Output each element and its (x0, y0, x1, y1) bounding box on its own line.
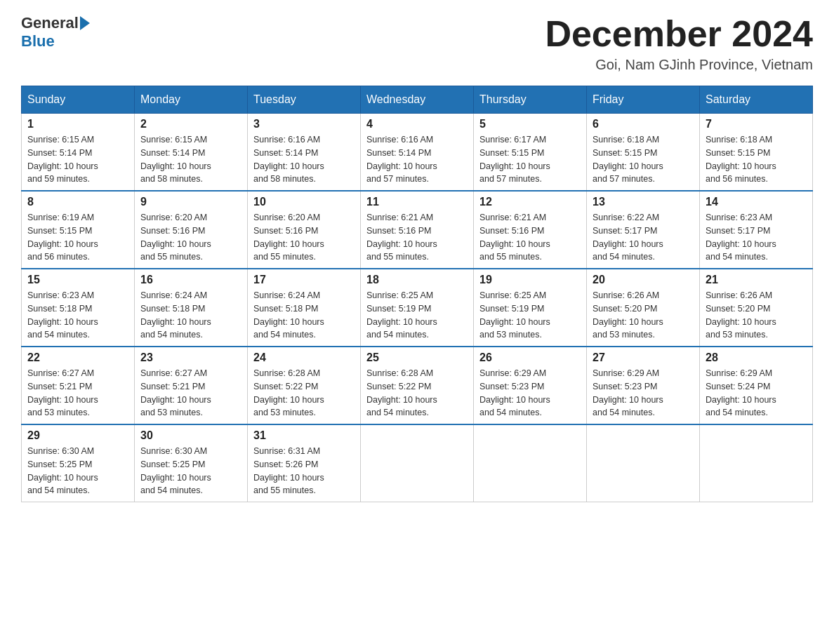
calendar-cell: 22Sunrise: 6:27 AMSunset: 5:21 PMDayligh… (22, 347, 135, 424)
calendar-table: SundayMondayTuesdayWednesdayThursdayFrid… (21, 86, 813, 502)
weekday-header-friday: Friday (587, 86, 700, 114)
calendar-cell (361, 424, 474, 502)
day-number: 2 (140, 118, 241, 130)
day-info: Sunrise: 6:30 AMSunset: 5:25 PMDaylight:… (27, 445, 128, 497)
weekday-header-saturday: Saturday (700, 86, 813, 114)
calendar-week-row: 29Sunrise: 6:30 AMSunset: 5:25 PMDayligh… (22, 424, 813, 502)
day-number: 10 (253, 196, 355, 208)
calendar-cell: 27Sunrise: 6:29 AMSunset: 5:23 PMDayligh… (587, 347, 700, 424)
logo: General (21, 14, 91, 32)
day-number: 14 (706, 196, 807, 208)
day-number: 29 (27, 429, 128, 442)
day-number: 31 (253, 429, 355, 442)
calendar-cell: 11Sunrise: 6:21 AMSunset: 5:16 PMDayligh… (361, 191, 474, 269)
day-number: 6 (593, 118, 694, 130)
calendar-cell: 26Sunrise: 6:29 AMSunset: 5:23 PMDayligh… (474, 347, 587, 424)
day-info: Sunrise: 6:27 AMSunset: 5:21 PMDaylight:… (140, 367, 241, 420)
calendar-cell (700, 424, 813, 502)
day-number: 8 (27, 196, 128, 208)
day-number: 5 (479, 118, 581, 130)
calendar-cell: 20Sunrise: 6:26 AMSunset: 5:20 PMDayligh… (587, 269, 700, 347)
day-info: Sunrise: 6:16 AMSunset: 5:14 PMDaylight:… (366, 133, 468, 186)
day-info: Sunrise: 6:31 AMSunset: 5:26 PMDaylight:… (253, 445, 355, 497)
day-info: Sunrise: 6:24 AMSunset: 5:18 PMDaylight:… (253, 289, 355, 342)
calendar-week-row: 22Sunrise: 6:27 AMSunset: 5:21 PMDayligh… (22, 347, 813, 424)
day-info: Sunrise: 6:18 AMSunset: 5:15 PMDaylight:… (593, 133, 694, 186)
day-number: 3 (253, 118, 355, 130)
day-info: Sunrise: 6:22 AMSunset: 5:17 PMDaylight:… (593, 211, 694, 264)
calendar-cell: 18Sunrise: 6:25 AMSunset: 5:19 PMDayligh… (361, 269, 474, 347)
day-info: Sunrise: 6:21 AMSunset: 5:16 PMDaylight:… (366, 211, 468, 264)
logo-arrow-icon (80, 16, 90, 30)
day-info: Sunrise: 6:29 AMSunset: 5:23 PMDaylight:… (479, 367, 581, 420)
day-info: Sunrise: 6:27 AMSunset: 5:21 PMDaylight:… (27, 367, 128, 420)
day-info: Sunrise: 6:25 AMSunset: 5:19 PMDaylight:… (479, 289, 581, 342)
day-number: 26 (479, 351, 581, 364)
day-number: 22 (27, 351, 128, 364)
weekday-header-sunday: Sunday (22, 86, 135, 114)
day-number: 17 (253, 274, 355, 286)
weekday-header-row: SundayMondayTuesdayWednesdayThursdayFrid… (22, 86, 813, 114)
day-number: 30 (140, 429, 241, 442)
calendar-cell: 7Sunrise: 6:18 AMSunset: 5:15 PMDaylight… (700, 114, 813, 192)
logo-general-text: General (21, 14, 79, 32)
day-number: 4 (366, 118, 468, 130)
day-number: 28 (706, 351, 807, 364)
day-info: Sunrise: 6:20 AMSunset: 5:16 PMDaylight:… (253, 211, 355, 264)
calendar-cell: 24Sunrise: 6:28 AMSunset: 5:22 PMDayligh… (248, 347, 361, 424)
calendar-cell: 19Sunrise: 6:25 AMSunset: 5:19 PMDayligh… (474, 269, 587, 347)
calendar-cell: 2Sunrise: 6:15 AMSunset: 5:14 PMDaylight… (135, 114, 248, 192)
day-number: 20 (593, 274, 694, 286)
day-number: 13 (593, 196, 694, 208)
day-number: 18 (366, 274, 468, 286)
day-number: 19 (479, 274, 581, 286)
day-number: 9 (140, 196, 241, 208)
calendar-cell: 4Sunrise: 6:16 AMSunset: 5:14 PMDaylight… (361, 114, 474, 192)
calendar-cell: 12Sunrise: 6:21 AMSunset: 5:16 PMDayligh… (474, 191, 587, 269)
day-number: 12 (479, 196, 581, 208)
day-info: Sunrise: 6:29 AMSunset: 5:23 PMDaylight:… (593, 367, 694, 420)
logo-blue-text: Blue (21, 32, 55, 51)
day-number: 24 (253, 351, 355, 364)
calendar-cell: 15Sunrise: 6:23 AMSunset: 5:18 PMDayligh… (22, 269, 135, 347)
calendar-week-row: 1Sunrise: 6:15 AMSunset: 5:14 PMDaylight… (22, 114, 813, 192)
day-number: 25 (366, 351, 468, 364)
calendar-cell: 13Sunrise: 6:22 AMSunset: 5:17 PMDayligh… (587, 191, 700, 269)
calendar-week-row: 8Sunrise: 6:19 AMSunset: 5:15 PMDaylight… (22, 191, 813, 269)
weekday-header-monday: Monday (135, 86, 248, 114)
day-number: 11 (366, 196, 468, 208)
day-number: 1 (27, 118, 128, 130)
day-info: Sunrise: 6:28 AMSunset: 5:22 PMDaylight:… (366, 367, 468, 420)
calendar-cell: 10Sunrise: 6:20 AMSunset: 5:16 PMDayligh… (248, 191, 361, 269)
day-info: Sunrise: 6:23 AMSunset: 5:18 PMDaylight:… (27, 289, 128, 342)
calendar-cell: 5Sunrise: 6:17 AMSunset: 5:15 PMDaylight… (474, 114, 587, 192)
day-info: Sunrise: 6:15 AMSunset: 5:14 PMDaylight:… (27, 133, 128, 186)
calendar-cell: 16Sunrise: 6:24 AMSunset: 5:18 PMDayligh… (135, 269, 248, 347)
day-info: Sunrise: 6:19 AMSunset: 5:15 PMDaylight:… (27, 211, 128, 264)
day-number: 15 (27, 274, 128, 286)
logo-area: General Blue (21, 14, 91, 51)
day-info: Sunrise: 6:30 AMSunset: 5:25 PMDaylight:… (140, 445, 241, 497)
calendar-cell: 17Sunrise: 6:24 AMSunset: 5:18 PMDayligh… (248, 269, 361, 347)
day-info: Sunrise: 6:26 AMSunset: 5:20 PMDaylight:… (706, 289, 807, 342)
calendar-week-row: 15Sunrise: 6:23 AMSunset: 5:18 PMDayligh… (22, 269, 813, 347)
weekday-header-thursday: Thursday (474, 86, 587, 114)
day-info: Sunrise: 6:21 AMSunset: 5:16 PMDaylight:… (479, 211, 581, 264)
day-info: Sunrise: 6:18 AMSunset: 5:15 PMDaylight:… (706, 133, 807, 186)
calendar-cell (474, 424, 587, 502)
calendar-cell: 14Sunrise: 6:23 AMSunset: 5:17 PMDayligh… (700, 191, 813, 269)
day-number: 21 (706, 274, 807, 286)
day-info: Sunrise: 6:24 AMSunset: 5:18 PMDaylight:… (140, 289, 241, 342)
day-info: Sunrise: 6:29 AMSunset: 5:24 PMDaylight:… (706, 367, 807, 420)
day-info: Sunrise: 6:23 AMSunset: 5:17 PMDaylight:… (706, 211, 807, 264)
calendar-cell: 1Sunrise: 6:15 AMSunset: 5:14 PMDaylight… (22, 114, 135, 192)
day-info: Sunrise: 6:15 AMSunset: 5:14 PMDaylight:… (140, 133, 241, 186)
day-info: Sunrise: 6:25 AMSunset: 5:19 PMDaylight:… (366, 289, 468, 342)
calendar-cell: 30Sunrise: 6:30 AMSunset: 5:25 PMDayligh… (135, 424, 248, 502)
day-info: Sunrise: 6:28 AMSunset: 5:22 PMDaylight:… (253, 367, 355, 420)
calendar-cell: 29Sunrise: 6:30 AMSunset: 5:25 PMDayligh… (22, 424, 135, 502)
calendar-cell: 28Sunrise: 6:29 AMSunset: 5:24 PMDayligh… (700, 347, 813, 424)
title-area: December 2024 Goi, Nam GJinh Province, V… (545, 14, 813, 73)
calendar-cell (587, 424, 700, 502)
day-info: Sunrise: 6:26 AMSunset: 5:20 PMDaylight:… (593, 289, 694, 342)
